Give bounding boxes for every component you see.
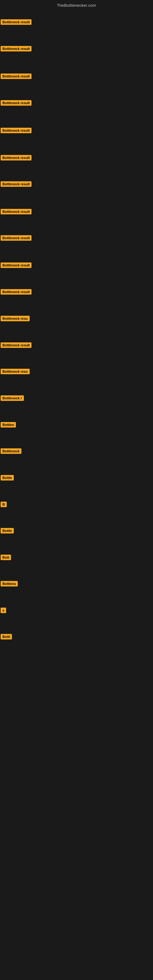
bottleneck-result-badge: Bottleneck result xyxy=(1,262,32,268)
bottleneck-result-badge: Bottleneck result xyxy=(1,100,32,106)
bottleneck-result-badge: Bottleneck result xyxy=(1,19,32,25)
bottleneck-result-badge: Bottle xyxy=(1,475,14,480)
bottleneck-result-badge: Bottleneck result xyxy=(1,235,32,241)
bottleneck-result-badge: Bottleneck result xyxy=(1,46,32,51)
bottleneck-result-badge: Bottle xyxy=(1,528,14,533)
bottleneck-result-badge: Bottleneck result xyxy=(1,289,32,294)
bottleneck-result-badge: Bottleneck resu xyxy=(1,369,30,374)
page-wrapper: TheBottlenecker.com Bottleneck resultBot… xyxy=(0,0,153,980)
bottleneck-result-badge: Bottleneck result xyxy=(1,128,32,133)
bottleneck-result-badge: Bott xyxy=(1,555,11,560)
bottleneck-result-badge: Bottl xyxy=(1,634,12,640)
bottleneck-result-badge: Bottleneck resu xyxy=(1,316,30,321)
bottleneck-result-badge: Bottlens xyxy=(1,581,18,587)
bottleneck-result-badge: Bottleneck result xyxy=(1,155,32,161)
bottleneck-result-badge: Bottleneck result xyxy=(1,342,32,348)
bottleneck-result-badge: B xyxy=(1,502,7,507)
bottleneck-result-badge: Bottlen xyxy=(1,422,16,428)
site-header: TheBottlenecker.com xyxy=(0,0,153,11)
bottleneck-result-badge: Bottleneck xyxy=(1,449,21,454)
bottleneck-result-badge: Bottleneck r xyxy=(1,395,24,401)
bottleneck-result-badge: Bottleneck result xyxy=(1,209,32,215)
bottleneck-result-badge: Bottleneck result xyxy=(1,181,32,187)
bottleneck-result-badge: Bottleneck result xyxy=(1,73,32,79)
bottleneck-result-badge: s xyxy=(1,608,6,613)
site-title: TheBottlenecker.com xyxy=(57,3,96,8)
